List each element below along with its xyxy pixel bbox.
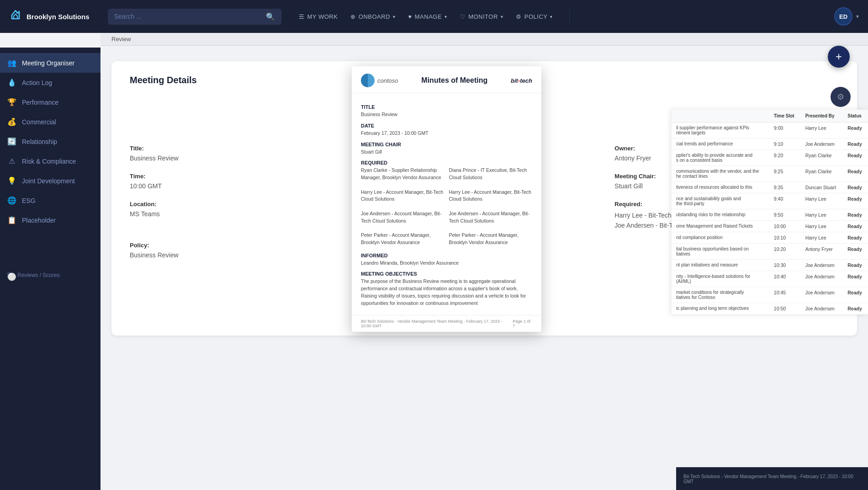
agenda-status: Ready [843, 182, 868, 193]
agenda-presenter: Joe Andersen [801, 138, 843, 150]
table-row: nt plan initiatives and measure 10:30 Jo… [672, 260, 868, 271]
agenda-presenter: Ryan Clarke [801, 150, 843, 166]
agenda-topic: tiveness of resources allocated to this [672, 182, 769, 193]
nav-item-manage[interactable]: ♥ MANAGE ▾ [403, 10, 453, 24]
sidebar-item-label: Risk & Compliance [22, 158, 76, 165]
sidebar-item-meeting-organiser[interactable]: 👥 Meeting Organiser [0, 53, 101, 73]
placeholder-icon: 📋 [7, 216, 16, 224]
nav-item-monitor[interactable]: ♡ MONITOR ▾ [455, 10, 509, 24]
field-policy: Policy: Business Review [130, 242, 354, 259]
agenda-topic: nt plan initiatives and measure [672, 260, 769, 271]
logo-text: Brooklyn Solutions [26, 13, 90, 21]
table-row: ome Management and Raised Tickets 10:00 … [672, 221, 868, 232]
agenda-time: 10:00 [769, 221, 801, 232]
minutes-footer: Bit-Tech Solutions - Vendor Management T… [352, 315, 541, 332]
nav-onboard-label: ONBOARD [359, 13, 390, 20]
agenda-table: Time Slot Presented By Status ll supplie… [672, 110, 868, 314]
sidebar-item-esg[interactable]: 🌐 ESG [0, 191, 101, 210]
agenda-status: Ready [843, 138, 868, 150]
agenda-topic: ll supplier performance against KPIs ntm… [672, 122, 769, 138]
policy-label: Policy: [130, 242, 354, 249]
chevron-down-icon-3: ▾ [501, 14, 503, 19]
policy-value: Business Review [130, 251, 354, 259]
agenda-topic: market conditions for strategically tiat… [672, 287, 769, 303]
second-doc-footer-text: Bit-Tech Solutions - Vendor Management T… [683, 474, 861, 484]
sidebar: 👥 Meeting Organiser 💧 Action Log 🏆 Perfo… [0, 48, 101, 490]
informed-section-text: Leandro Miranda, Brooklyn Vendor Assuran… [361, 260, 532, 267]
search-bar[interactable]: 🔍 [108, 9, 281, 25]
agenda-topic: cial trends and performance [672, 138, 769, 150]
sidebar-item-commercial[interactable]: 💰 Commercial [0, 112, 101, 132]
sidebar-item-joint-development[interactable]: 💡 Joint Development [0, 171, 101, 191]
agenda-presenter: Harry Lee [801, 209, 843, 221]
gear-icon: ⚙ [837, 92, 844, 102]
sidebar-item-placeholder[interactable]: 📋 Placeholder [0, 210, 101, 230]
user-avatar[interactable]: ED [834, 7, 852, 26]
field-title: Title: Business Review [130, 145, 354, 162]
sidebar-item-risk-compliance[interactable]: ⚠ Risk & Compliance [0, 151, 101, 171]
sidebar-item-relationship[interactable]: 🔄 Relationship [0, 132, 101, 151]
agenda-status: Ready [843, 303, 868, 314]
nav-item-policy[interactable]: ⚙ POLICY ▾ [510, 10, 558, 24]
title-label: Title: [130, 145, 354, 152]
agenda-status: Ready [843, 122, 868, 138]
nav-monitor-label: MONITOR [468, 13, 498, 20]
top-navigation: Brooklyn Solutions 🔍 ☰ MY WORK ⊕ ONBOARD… [0, 0, 868, 33]
agenda-presenter: Joe Andersen [801, 260, 843, 271]
reviews-dot-icon: ⚪ [7, 272, 13, 278]
settings-circle[interactable]: ⚙ [831, 87, 851, 107]
chair-section-label: MEETING CHAIR [361, 142, 532, 147]
chevron-down-icon-4: ▾ [550, 14, 553, 19]
sidebar-item-label: Meeting Organiser [22, 59, 74, 67]
nav-policy-label: POLICY [524, 13, 548, 20]
logo-area[interactable]: Brooklyn Solutions [9, 9, 101, 25]
nav-right: ED ▾ [834, 7, 859, 26]
agenda-table-header: Time Slot Presented By Status [672, 110, 868, 122]
nav-items: ☰ MY WORK ⊕ ONBOARD ▾ ♥ MANAGE ▾ ♡ MONIT… [293, 10, 558, 24]
sidebar-item-label: ESG [22, 197, 36, 204]
chair-section-text: Stuart Gill [361, 149, 532, 156]
required-section: Ryan Clarke - Supplier Relationship Mana… [361, 167, 532, 248]
agenda-time: 10:10 [769, 232, 801, 244]
sidebar-item-performance[interactable]: 🏆 Performance [0, 92, 101, 112]
required-left: Ryan Clarke - Supplier Relationship Mana… [361, 167, 445, 246]
risk-icon: ⚠ [7, 157, 16, 165]
fab-button[interactable]: + [828, 46, 850, 68]
nav-item-onboard[interactable]: ⊕ ONBOARD ▾ [345, 10, 401, 24]
plus-icon: + [836, 50, 842, 63]
table-row: tial business opportunities based on tia… [672, 244, 868, 260]
sidebar-item-label: Joint Development [22, 177, 75, 185]
agenda-status: Ready [843, 232, 868, 244]
search-icon: 🔍 [266, 12, 275, 21]
agenda-topic: pplier's ability to provide accurate and… [672, 150, 769, 166]
search-input[interactable] [114, 13, 262, 20]
agenda-time: 9:10 [769, 138, 801, 150]
agenda-topic: ic planning and long term objectives [672, 303, 769, 314]
agenda-time: 9:35 [769, 182, 801, 193]
col-time: Time Slot [769, 110, 801, 122]
sidebar-item-action-log[interactable]: 💧 Action Log [0, 73, 101, 92]
table-row: pplier's ability to provide accurate and… [672, 150, 868, 166]
agenda-tbody: ll supplier performance against KPIs ntm… [672, 122, 868, 314]
agenda-topic: nity - Intelligence-based solutions for … [672, 271, 769, 287]
agenda-topic: communications with the vendor, and the … [672, 166, 769, 182]
agenda-presenter: Harry Lee [801, 221, 843, 232]
agenda-topic: nce and sustainability goals and the thi… [672, 193, 769, 209]
breadcrumb: Review [101, 33, 868, 46]
table-row: ic planning and long term objectives 10:… [672, 303, 868, 314]
agenda-time: 9:00 [769, 122, 801, 138]
table-row: market conditions for strategically tiat… [672, 287, 868, 303]
joint-dev-icon: 💡 [7, 176, 16, 185]
manage-icon: ♥ [408, 13, 412, 20]
nav-item-my-work[interactable]: ☰ MY WORK [293, 10, 343, 24]
informed-section-label: INFORMED [361, 253, 532, 258]
second-doc-footer: Bit-Tech Solutions - Vendor Management T… [676, 467, 868, 490]
chevron-down-icon-user[interactable]: ▾ [856, 13, 859, 20]
col-topic [672, 110, 769, 122]
required-section-label: REQUIRED [361, 160, 532, 165]
table-row: nce and sustainability goals and the thi… [672, 193, 868, 209]
table-row: ll supplier performance against KPIs ntm… [672, 122, 868, 138]
reviews-scores-item[interactable]: ⚪ Reviews / Scores [0, 266, 101, 284]
location-value: MS Teams [130, 210, 354, 218]
agenda-presenter: Harry Lee [801, 232, 843, 244]
